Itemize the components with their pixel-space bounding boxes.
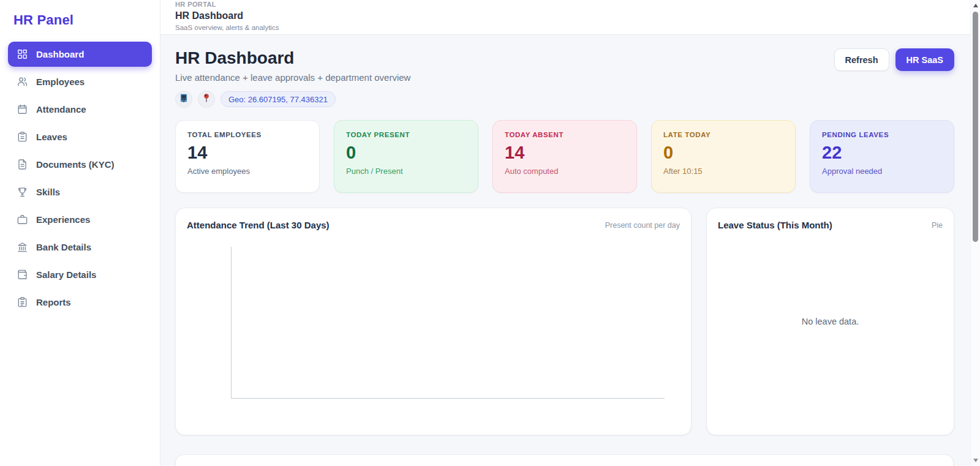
- leave-status-panel: Leave Status (This Month) Pie No leave d…: [706, 208, 954, 435]
- leave-empty-message: No leave data.: [707, 208, 954, 435]
- stat-subtext: Approval needed: [822, 167, 942, 176]
- users-icon: [17, 76, 28, 88]
- stat-subtext: Punch / Present: [346, 167, 466, 176]
- sidebar-item-salary-details[interactable]: Salary Details: [8, 262, 152, 287]
- stat-card-pending-leaves: PENDING LEAVES 22 Approval needed: [810, 120, 954, 193]
- stat-card-today-present: TODAY PRESENT 0 Punch / Present: [334, 120, 478, 193]
- clipboard-list-icon: [17, 131, 28, 143]
- scroll-up-icon[interactable]: [973, 4, 978, 7]
- attendance-panel-hint: Present count per day: [605, 220, 680, 230]
- office-building-icon: [179, 93, 189, 105]
- stat-value: 14: [187, 143, 307, 163]
- sidebar-item-label: Bank Details: [36, 242, 91, 252]
- partial-bottom-card: [175, 454, 954, 466]
- stat-label: LATE TODAY: [663, 131, 783, 138]
- stat-subtext: After 10:15: [663, 167, 783, 176]
- sidebar-item-label: Salary Details: [36, 269, 96, 280]
- sidebar-item-employees[interactable]: Employees: [8, 69, 152, 94]
- sidebar-item-label: Employees: [36, 77, 85, 87]
- sidebar-item-label: Experiences: [36, 214, 90, 225]
- sidebar-item-bank-details[interactable]: Bank Details: [8, 235, 152, 260]
- badge-row: Geo: 26.607195, 77.436321: [175, 91, 954, 108]
- icon-badge: [175, 91, 192, 108]
- bank-icon: [17, 241, 28, 253]
- sidebar-item-label: Documents (KYC): [36, 159, 115, 170]
- stat-label: PENDING LEAVES: [822, 131, 942, 138]
- chart-x-axis: [231, 398, 665, 399]
- sidebar-item-dashboard[interactable]: Dashboard: [8, 42, 152, 67]
- trophy-icon: [17, 186, 28, 198]
- panels-row: Attendance Trend (Last 30 Days) Present …: [175, 208, 954, 435]
- portal-eyebrow: HR PORTAL: [175, 1, 970, 8]
- sidebar-item-skills[interactable]: Skills: [8, 179, 152, 205]
- wallet-icon: [17, 269, 28, 280]
- hr-saas-button[interactable]: HR SaaS: [895, 48, 954, 71]
- stat-label: TODAY ABSENT: [505, 131, 625, 138]
- attendance-trend-panel: Attendance Trend (Last 30 Days) Present …: [175, 208, 692, 435]
- icon-badge: [198, 91, 215, 108]
- stat-label: TODAY PRESENT: [346, 131, 466, 138]
- sidebar-item-leaves[interactable]: Leaves: [8, 124, 152, 149]
- stat-label: TOTAL EMPLOYEES: [187, 131, 307, 138]
- dashboard-icon: [17, 48, 28, 60]
- topbar: HR PORTAL HR Dashboard SaaS overview, al…: [160, 0, 970, 35]
- refresh-button[interactable]: Refresh: [834, 48, 889, 71]
- scroll-down-icon[interactable]: [973, 459, 978, 462]
- stat-card-late-today: LATE TODAY 0 After 10:15: [651, 120, 796, 193]
- main-content: HR Dashboard Live attendance + leave app…: [160, 35, 970, 466]
- stat-value: 22: [822, 143, 942, 163]
- stat-card-today-absent: TODAY ABSENT 14 Auto computed: [492, 120, 637, 193]
- scrollbar-thumb[interactable]: [973, 12, 978, 242]
- chart-y-axis: [231, 247, 232, 399]
- stat-subtext: Active employees: [187, 167, 307, 176]
- sidebar-item-label: Reports: [36, 297, 71, 307]
- report-icon: [17, 296, 28, 308]
- round-pushpin-icon: [202, 93, 211, 105]
- attendance-panel-title: Attendance Trend (Last 30 Days): [187, 220, 330, 230]
- sidebar-item-label: Attendance: [36, 104, 86, 115]
- sidebar-nav: Dashboard Employees Attendance Leaves Do…: [0, 42, 160, 315]
- page-actions: Refresh HR SaaS: [834, 48, 954, 71]
- stat-value: 0: [663, 143, 783, 163]
- stat-subtext: Auto computed: [505, 167, 625, 176]
- topbar-subtitle: SaaS overview, alerts & analytics: [175, 24, 970, 31]
- stat-card-total-employees: TOTAL EMPLOYEES 14 Active employees: [175, 120, 320, 193]
- app-title: HR Panel: [13, 12, 160, 28]
- file-text-icon: [17, 159, 28, 170]
- sidebar-item-attendance[interactable]: Attendance: [8, 97, 152, 122]
- stats-row: TOTAL EMPLOYEES 14 Active employees TODA…: [175, 120, 954, 193]
- stat-value: 14: [505, 143, 625, 163]
- sidebar-item-documents-kyc[interactable]: Documents (KYC): [8, 152, 152, 177]
- calendar-icon: [17, 103, 28, 115]
- sidebar-item-label: Leaves: [36, 132, 67, 142]
- sidebar-item-reports[interactable]: Reports: [8, 290, 152, 315]
- topbar-title: HR Dashboard: [175, 10, 970, 21]
- sidebar-item-label: Dashboard: [36, 49, 84, 59]
- briefcase-icon: [17, 214, 28, 225]
- sidebar-item-experiences[interactable]: Experiences: [8, 207, 152, 232]
- vertical-scrollbar[interactable]: [970, 0, 980, 466]
- sidebar-item-label: Skills: [36, 187, 60, 197]
- geo-badge: Geo: 26.607195, 77.436321: [221, 91, 336, 107]
- stat-value: 0: [346, 143, 466, 163]
- sidebar: HR Panel Dashboard Employees Attendance …: [0, 0, 160, 466]
- page-subtitle: Live attendance + leave approvals + depa…: [175, 72, 954, 83]
